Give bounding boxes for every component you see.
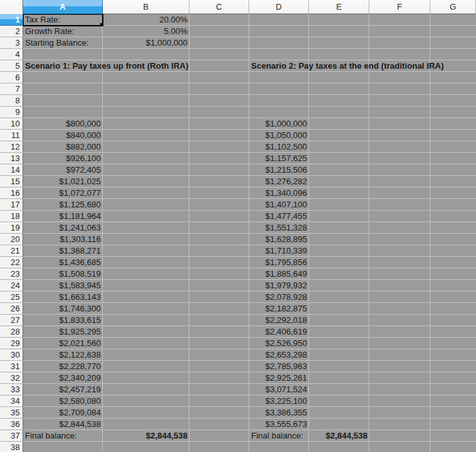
row-header-9[interactable]: 9 (0, 107, 23, 118)
cell-D31[interactable]: $2,785,963 (251, 361, 307, 372)
cell-A37[interactable]: Final balance: (25, 430, 77, 442)
cell-D27[interactable]: $2,292,018 (251, 315, 307, 326)
cell-B3[interactable]: $1,000,000 (104, 37, 188, 49)
cell-A15[interactable]: $1,021,025 (24, 176, 101, 187)
row-header-12[interactable]: 12 (0, 141, 23, 153)
row-header-35[interactable]: 35 (0, 407, 23, 419)
row-header-13[interactable]: 13 (0, 153, 23, 164)
cell-A23[interactable]: $1,508,519 (24, 268, 101, 280)
cell-D25[interactable]: $2,078,928 (251, 291, 307, 303)
cell-A17[interactable]: $1,125,680 (24, 199, 101, 211)
cell-A31[interactable]: $2,228,770 (24, 361, 101, 372)
cell-D37[interactable]: Final balance: (251, 430, 303, 442)
row-header-19[interactable]: 19 (0, 222, 23, 234)
cell-D11[interactable]: $1,050,000 (251, 130, 307, 141)
row-header-10[interactable]: 10 (0, 118, 23, 130)
cell-A33[interactable]: $2,457,219 (24, 384, 101, 396)
row-header-16[interactable]: 16 (0, 187, 23, 199)
row-header-6[interactable]: 6 (0, 72, 23, 83)
row-header-32[interactable]: 32 (0, 372, 23, 384)
cell-D36[interactable]: $3,555,673 (251, 419, 307, 430)
cell-A25[interactable]: $1,663,143 (24, 291, 101, 303)
cell-A27[interactable]: $1,833,615 (24, 315, 101, 326)
cell-A3[interactable]: Starting Balance: (25, 37, 89, 49)
cell-A10[interactable]: $800,000 (24, 118, 101, 130)
row-header-15[interactable]: 15 (0, 176, 23, 187)
cell-D28[interactable]: $2,406,619 (251, 326, 307, 338)
cell-A24[interactable]: $1,583,945 (24, 280, 101, 291)
cell-D21[interactable]: $1,710,339 (251, 245, 307, 257)
cell-D14[interactable]: $1,215,506 (251, 164, 307, 176)
row-header-23[interactable]: 23 (0, 268, 23, 280)
cell-A32[interactable]: $2,340,209 (24, 372, 101, 384)
cell-B37[interactable]: $2,844,538 (104, 430, 188, 442)
cell-A30[interactable]: $2,122,638 (24, 349, 101, 361)
cell-A22[interactable]: $1,436,685 (24, 257, 101, 268)
cell-A2[interactable]: Growth Rate: (25, 26, 75, 37)
row-header-38[interactable]: 38 (0, 442, 23, 452)
row-header-34[interactable]: 34 (0, 396, 23, 407)
column-header-B[interactable]: B (103, 0, 190, 14)
cell-A19[interactable]: $1,241,063 (24, 222, 101, 234)
cell-A13[interactable]: $926,100 (24, 153, 101, 164)
cell-A21[interactable]: $1,368,271 (24, 245, 101, 257)
select-all-corner[interactable] (0, 0, 23, 15)
row-header-3[interactable]: 3 (0, 37, 23, 49)
cell-D26[interactable]: $2,182,875 (251, 303, 307, 315)
row-header-11[interactable]: 11 (0, 130, 23, 141)
cell-D16[interactable]: $1,340,096 (251, 187, 307, 199)
cell-A20[interactable]: $1,303,116 (24, 234, 101, 245)
cell-D13[interactable]: $1,157,625 (251, 153, 307, 164)
row-header-20[interactable]: 20 (0, 234, 23, 245)
column-header-E[interactable]: E (309, 0, 369, 14)
row-header-8[interactable]: 8 (0, 95, 23, 107)
cell-A5[interactable]: Scenario 1: Pay taxes up front (Roth IRA… (25, 60, 188, 72)
cell-A11[interactable]: $840,000 (24, 130, 101, 141)
cell-D5[interactable]: Scenario 2: Pay taxes at the end (tradit… (251, 60, 444, 72)
cell-A12[interactable]: $882,000 (24, 141, 101, 153)
cell-A18[interactable]: $1,181,964 (24, 211, 101, 222)
cell-D19[interactable]: $1,551,328 (251, 222, 307, 234)
cell-D24[interactable]: $1,979,932 (251, 280, 307, 291)
cell-D30[interactable]: $2,653,298 (251, 349, 307, 361)
row-header-1[interactable]: 1 (0, 14, 23, 26)
row-header-30[interactable]: 30 (0, 349, 23, 361)
cell-E37[interactable]: $2,844,538 (310, 430, 367, 442)
row-header-29[interactable]: 29 (0, 338, 23, 349)
cell-A16[interactable]: $1,072,077 (24, 187, 101, 199)
row-header-4[interactable]: 4 (0, 49, 23, 60)
cell-A36[interactable]: $2,844,538 (24, 419, 101, 430)
row-header-22[interactable]: 22 (0, 257, 23, 268)
row-header-26[interactable]: 26 (0, 303, 23, 315)
cell-D35[interactable]: $3,386,355 (251, 407, 307, 419)
cell-D29[interactable]: $2,526,950 (251, 338, 307, 349)
cell-A29[interactable]: $2,021,560 (24, 338, 101, 349)
cell-A26[interactable]: $1,746,300 (24, 303, 101, 315)
row-header-17[interactable]: 17 (0, 199, 23, 211)
row-header-28[interactable]: 28 (0, 326, 23, 338)
cell-A34[interactable]: $2,580,080 (24, 396, 101, 407)
row-header-25[interactable]: 25 (0, 291, 23, 303)
cell-D17[interactable]: $1,407,100 (251, 199, 307, 211)
column-header-G[interactable]: G (430, 0, 476, 14)
cell-D33[interactable]: $3,071,524 (251, 384, 307, 396)
cell-D15[interactable]: $1,276,282 (251, 176, 307, 187)
cell-B1[interactable]: 20.00% (104, 14, 188, 26)
cell-A1[interactable]: Tax Rate: (25, 14, 60, 26)
row-header-37[interactable]: 37 (0, 430, 23, 442)
cell-D12[interactable]: $1,102,500 (251, 141, 307, 153)
row-header-21[interactable]: 21 (0, 245, 23, 257)
row-header-14[interactable]: 14 (0, 164, 23, 176)
cell-B2[interactable]: 5.00% (104, 26, 188, 37)
row-header-24[interactable]: 24 (0, 280, 23, 291)
cell-D32[interactable]: $2,925,261 (251, 372, 307, 384)
row-header-36[interactable]: 36 (0, 419, 23, 430)
column-header-C[interactable]: C (190, 0, 249, 14)
cell-A28[interactable]: $1,925,295 (24, 326, 101, 338)
cell-D22[interactable]: $1,795,856 (251, 257, 307, 268)
column-header-F[interactable]: F (369, 0, 430, 14)
row-header-5[interactable]: 5 (0, 60, 23, 72)
fill-handle[interactable] (100, 23, 103, 26)
column-header-A[interactable]: A (23, 0, 103, 14)
cell-D34[interactable]: $3,225,100 (251, 396, 307, 407)
